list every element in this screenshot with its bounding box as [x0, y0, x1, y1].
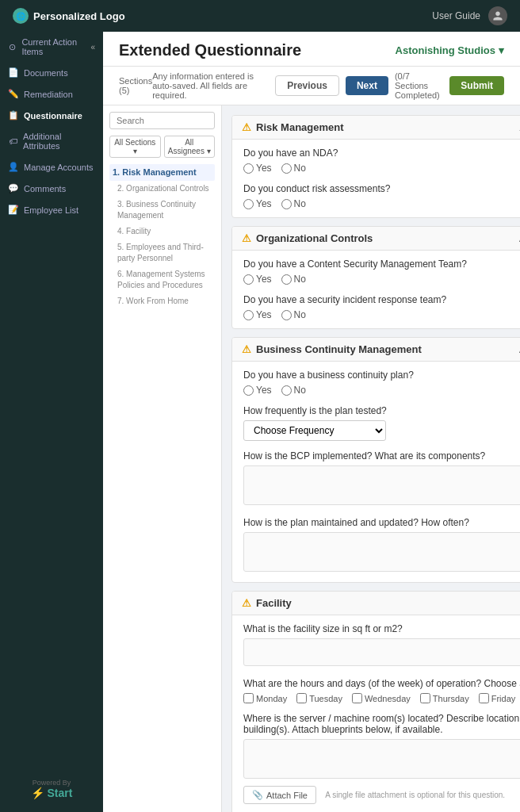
q-section-risk-management[interactable]: 1. Risk Management [109, 164, 215, 181]
documents-icon: 📄 [8, 67, 19, 78]
attach-icon: 📎 [252, 790, 263, 800]
section-bcp-header: ⚠ Business Continuity Management Assign … [232, 338, 520, 362]
attach-row: 📎 Attach File A single file attachment i… [243, 786, 520, 804]
sidebar-label-documents: Documents [24, 68, 68, 78]
q-server-location-textarea[interactable] [243, 739, 520, 779]
studio-selector[interactable]: Astonishing Studios ▾ [396, 44, 504, 56]
sidebar-item-comments[interactable]: 💬 Comments [0, 178, 103, 199]
q-server-location-text: Where is the server / machine room(s) lo… [243, 713, 520, 735]
toolbar: Sections (5) Any information entered is … [103, 67, 520, 105]
section-org-controls-body: Do you have a Content Security Managemen… [232, 251, 520, 328]
studio-drop-icon: ▾ [499, 44, 504, 56]
comments-icon: 💬 [8, 183, 19, 193]
q-bcp-maintain-textarea[interactable] [243, 532, 520, 572]
q-risk-assess-text: Do you conduct risk assessments? [243, 183, 520, 194]
bcp-warning-icon: ⚠ [242, 343, 251, 355]
q-section-bcp[interactable]: 3. Business Continuity Management [109, 197, 215, 224]
q-bcp-tested-select[interactable]: Choose Frequency [243, 420, 386, 441]
day-monday[interactable]: Monday [243, 693, 287, 703]
content-header: Extended Questionnaire Astonishing Studi… [103, 32, 520, 67]
q-nda-no[interactable]: No [281, 163, 306, 174]
page-title: Extended Questionnaire [119, 41, 301, 59]
user-avatar[interactable] [488, 6, 507, 25]
toolbar-right: Any information entered is auto-saved. A… [152, 71, 504, 100]
next-button[interactable]: Next [346, 76, 388, 95]
filter-all-sections[interactable]: All Sections ▾ [109, 136, 161, 158]
filter-all-assignees[interactable]: All Assignees ▾ [164, 136, 216, 158]
sidebar-item-remediation[interactable]: ✏️ Remediation [0, 83, 103, 105]
user-guide-link[interactable]: User Guide [432, 10, 480, 21]
sidebar-item-current-action-items[interactable]: ⊙ Current Action Items « [0, 32, 103, 62]
day-thursday[interactable]: Thursday [420, 693, 469, 703]
q-risk-assess-yes[interactable]: Yes [243, 198, 272, 209]
q-risk-assess: Do you conduct risk assessments? Yes No [243, 183, 520, 209]
q-risk-assess-options: Yes No [243, 198, 520, 209]
sidebar-label-questionnaire: Questionnaire [24, 111, 82, 121]
search-input[interactable] [109, 112, 215, 129]
q-nda-text: Do you have an NDA? [243, 147, 520, 159]
sidebar-item-questionnaire[interactable]: 📋 Questionnaire [0, 105, 103, 126]
sidebar-label-remediation: Remediation [24, 90, 73, 99]
q-csm-no[interactable]: No [281, 274, 306, 285]
q-section-mgmt-systems[interactable]: 6. Management Systems Policies and Proce… [109, 266, 215, 293]
q-bcp-plan-yes[interactable]: Yes [243, 385, 272, 396]
powered-by-text: Powered By [13, 779, 90, 787]
sidebar-bottom: Powered By ⚡ Start [0, 766, 103, 812]
q-section-org-controls[interactable]: 2. Organizational Controls [109, 181, 215, 197]
risk-mgmt-warning-icon: ⚠ [242, 121, 251, 133]
q-facility-size: What is the facility size in sq ft or m2… [243, 623, 520, 668]
sidebar: ⊙ Current Action Items « 📄 Documents ✏️ … [0, 32, 103, 812]
q-bcp-plan-text: Do you have a business continuity plan? [243, 370, 520, 381]
q-nda-yes[interactable]: Yes [243, 163, 272, 174]
days-row: Monday Tuesday Wednesday Thursday Friday… [243, 693, 520, 703]
attach-hint: A single file attachment is optional for… [325, 791, 505, 799]
q-bcp-plan-no[interactable]: No [281, 385, 306, 396]
q-bcp-maintain-text: How is the plan maintained and updated? … [243, 517, 520, 528]
section-risk-management-title: ⚠ Risk Management [242, 121, 344, 133]
top-nav-right: User Guide [432, 6, 507, 25]
sidebar-label-comments: Comments [24, 184, 66, 193]
previous-button[interactable]: Previous [275, 75, 339, 96]
section-facility-body: What is the facility size in sq ft or m2… [232, 615, 520, 812]
sidebar-item-employee-list[interactable]: 📝 Employee List [0, 199, 103, 220]
q-section-facility[interactable]: 4. Facility [109, 224, 215, 239]
day-wednesday[interactable]: Wednesday [352, 693, 411, 703]
q-sidebar: All Sections ▾ All Assignees ▾ 1. Risk M… [103, 105, 222, 812]
q-csm-yes[interactable]: Yes [243, 274, 272, 285]
day-friday[interactable]: Friday [479, 693, 516, 703]
logo-icon: 🌐 [13, 8, 29, 24]
q-bcp-impl-text: How is the BCP implemented? What are its… [243, 450, 520, 462]
q-bcp-maintain: How is the plan maintained and updated? … [243, 517, 520, 574]
questionnaire-layout: All Sections ▾ All Assignees ▾ 1. Risk M… [103, 105, 520, 812]
remediation-icon: ✏️ [8, 89, 19, 99]
q-incident-team-yes[interactable]: Yes [243, 309, 272, 320]
q-bcp-impl-textarea[interactable] [243, 465, 520, 505]
section-facility-header: ⚠ Facility Assign To: Wayne Renfro ▾ [232, 592, 520, 615]
q-section-wfh[interactable]: 7. Work From Home [109, 293, 215, 309]
questionnaire-icon: 📋 [8, 110, 19, 121]
autosave-note: Any information entered is auto-saved. A… [152, 71, 269, 100]
attach-file-button[interactable]: 📎 Attach File [243, 786, 316, 804]
sidebar-collapse-btn[interactable]: « [90, 43, 95, 52]
q-section-employees[interactable]: 5. Employees and Third-party Personnel [109, 239, 215, 266]
sidebar-item-documents[interactable]: 📄 Documents [0, 62, 103, 83]
current-action-icon: ⊙ [8, 42, 17, 52]
logo-text: Personalized Logo [33, 10, 125, 22]
q-facility-size-text: What is the facility size in sq ft or m2… [243, 623, 520, 634]
q-facility-hours: What are the hours and days (of the week… [243, 678, 520, 703]
sidebar-item-additional-attributes[interactable]: 🏷 Additional Attributes [0, 126, 103, 156]
q-facility-size-textarea[interactable] [243, 638, 520, 666]
sidebar-item-manage-accounts[interactable]: 👤 Manage Accounts [0, 156, 103, 178]
section-bcp-title: ⚠ Business Continuity Management [242, 343, 422, 355]
q-incident-team-no[interactable]: No [281, 309, 306, 320]
facility-warning-icon: ⚠ [242, 597, 251, 609]
q-bcp-plan: Do you have a business continuity plan? … [243, 370, 520, 396]
day-tuesday[interactable]: Tuesday [296, 693, 342, 703]
additional-attr-icon: 🏷 [8, 136, 18, 146]
q-risk-assess-no[interactable]: No [281, 198, 306, 209]
submit-button[interactable]: Submit [449, 76, 504, 95]
section-facility-title: ⚠ Facility [242, 597, 292, 609]
employee-list-icon: 📝 [8, 205, 19, 215]
logo: 🌐 Personalized Logo [13, 8, 125, 24]
section-facility: ⚠ Facility Assign To: Wayne Renfro ▾ Wha… [231, 591, 520, 812]
